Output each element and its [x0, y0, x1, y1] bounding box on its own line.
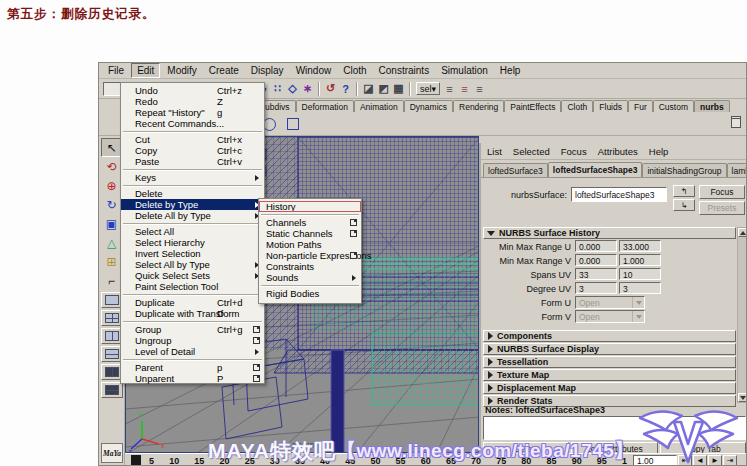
ae-menu-attributes[interactable]: Attributes	[598, 146, 638, 157]
menu-item-redo[interactable]: RedoZ	[121, 96, 264, 107]
submenu-item-non-particle-expressions[interactable]: Non-particle Expressions	[259, 250, 361, 261]
menu-item-select-all[interactable]: Select All	[121, 226, 264, 237]
render-current-frame-icon[interactable]: ◪	[361, 81, 376, 96]
menu-item-parent[interactable]: Parentp	[121, 362, 264, 373]
menu-item-copy[interactable]: CopyCtrl+c	[121, 145, 264, 156]
menu-item-paste[interactable]: PasteCtrl+v	[121, 156, 264, 167]
menu-edit[interactable]: Edit	[131, 63, 160, 78]
option-box-icon[interactable]	[350, 230, 357, 237]
help-line-icon[interactable]: ?	[338, 81, 353, 96]
focus-button[interactable]: Focus	[699, 185, 745, 199]
menu-help[interactable]: Help	[495, 64, 526, 77]
minmax-u-max-field[interactable]: 33.000	[619, 240, 661, 252]
channel-box-icon[interactable]: ≡	[472, 81, 487, 96]
ipr-render-icon[interactable]: ◩	[376, 81, 391, 96]
menu-modify[interactable]: Modify	[162, 64, 201, 77]
shelf-tab-rendering[interactable]: Rendering	[453, 100, 504, 112]
degree-u-field[interactable]: 3	[575, 282, 617, 294]
section-displacement-map[interactable]: Displacement Map	[483, 382, 736, 394]
shelf-tab-fur[interactable]: Fur	[628, 100, 653, 112]
shelf-tab-animation[interactable]: Animation	[354, 100, 404, 112]
option-box-icon[interactable]	[253, 337, 260, 344]
shelf-tab-cloth[interactable]: Cloth	[561, 100, 593, 112]
spans-u-field[interactable]: 33	[575, 268, 617, 280]
snap-to-points-icon[interactable]: ∷	[270, 81, 285, 96]
scroll-up-icon[interactable]	[738, 228, 747, 237]
construction-history-icon[interactable]: ↺	[323, 81, 338, 96]
node-name-input[interactable]: loftedSurfaceShape3	[571, 187, 667, 202]
menu-item-delete-by-type[interactable]: Delete by Type	[121, 199, 264, 210]
submenu-item-static-channels[interactable]: Static Channels	[259, 228, 361, 239]
tab-loftedsurfaceshape3[interactable]: loftedSurfaceShape3	[548, 162, 643, 177]
trash-icon[interactable]	[731, 116, 741, 128]
minmax-v-min-field[interactable]: 0.000	[575, 254, 617, 266]
make-live-icon[interactable]: ∗	[300, 81, 315, 96]
unpin-tab-button[interactable]: ↳	[673, 199, 695, 211]
option-box-icon[interactable]	[350, 219, 357, 226]
submenu-item-channels[interactable]: Channels	[259, 217, 361, 228]
submenu-item-rigid-bodies[interactable]: Rigid Bodies	[259, 288, 361, 299]
output-connections-icon[interactable]: ≡	[457, 81, 472, 96]
option-box-icon[interactable]	[350, 252, 357, 259]
minmax-v-max-field[interactable]: 1.000	[619, 254, 661, 266]
tab-lambert1[interactable]: lambert1	[727, 163, 747, 177]
menu-window[interactable]: Window	[291, 64, 337, 77]
input-connections-icon[interactable]: ≡	[442, 81, 457, 96]
shelf-tab-fluids[interactable]: Fluids	[593, 100, 628, 112]
ae-scrollbar[interactable]	[737, 227, 747, 403]
form-v-dropdown[interactable]: Open	[575, 310, 645, 323]
menu-create[interactable]: Create	[204, 64, 244, 77]
section-nurbs-surface-display[interactable]: NURBS Surface Display	[483, 343, 736, 355]
tab-loftedsurface3[interactable]: loftedSurface3	[483, 163, 548, 177]
form-u-dropdown[interactable]: Open	[575, 296, 645, 309]
ae-menu-help[interactable]: Help	[649, 146, 669, 157]
menu-item-duplicate[interactable]: DuplicateCtrl+d	[121, 297, 264, 308]
menu-item-repeat-history[interactable]: Repeat "History"g	[121, 107, 264, 118]
menu-item-delete[interactable]: Delete	[121, 188, 264, 199]
option-box-icon[interactable]	[253, 375, 260, 382]
menu-item-cut[interactable]: CutCtrl+x	[121, 134, 264, 145]
menu-item-paint-selection-tool[interactable]: Paint Selection Tool	[121, 281, 264, 292]
submenu-item-sounds[interactable]: Sounds	[259, 272, 361, 283]
spans-v-field[interactable]: 10	[619, 268, 661, 280]
scroll-down-icon[interactable]	[738, 393, 747, 402]
ae-menu-focus[interactable]: Focus	[561, 146, 587, 157]
option-box-icon[interactable]	[253, 326, 260, 333]
render-globals-icon[interactable]: ▦	[391, 81, 406, 96]
menu-display[interactable]: Display	[246, 64, 289, 77]
option-box-icon[interactable]	[253, 364, 260, 371]
menu-item-level-of-detail[interactable]: Level of Detail	[121, 346, 264, 357]
menu-item-keys[interactable]: Keys	[121, 172, 264, 183]
presets-button[interactable]: Presets	[699, 201, 745, 215]
current-frame-marker[interactable]	[131, 455, 141, 466]
degree-v-field[interactable]: 3	[619, 282, 661, 294]
menu-item-duplicate-with-transform[interactable]: Duplicate with TransformD	[121, 308, 264, 319]
menu-item-undo[interactable]: UndoCtrl+z	[121, 85, 264, 96]
menu-constraints[interactable]: Constraints	[374, 64, 435, 77]
menu-item-select-all-by-type[interactable]: Select All by Type	[121, 259, 264, 270]
ae-menu-selected[interactable]: Selected	[513, 146, 550, 157]
snap-to-view-planes-icon[interactable]: ◇	[285, 81, 300, 96]
menu-item-recent-commands[interactable]: Recent Commands...	[121, 118, 264, 129]
shelf-tab-nurbs[interactable]: nurbs	[694, 100, 730, 112]
section-nurbs-surface-history[interactable]: NURBS Surface History	[483, 227, 736, 239]
nurbs-square-shelf-button[interactable]	[283, 114, 303, 134]
menu-item-group[interactable]: GroupCtrl+g	[121, 324, 264, 335]
submenu-item-history[interactable]: History	[259, 201, 361, 212]
menu-file[interactable]: File	[103, 64, 129, 77]
menu-cloth[interactable]: Cloth	[338, 64, 371, 77]
menu-item-delete-all-by-type[interactable]: Delete All by Type	[121, 210, 264, 221]
menu-item-unparent[interactable]: UnparentP	[121, 373, 264, 384]
shelf-tab-dynamics[interactable]: Dynamics	[404, 100, 453, 112]
menu-item-ungroup[interactable]: Ungroup	[121, 335, 264, 346]
shelf-tab-custom[interactable]: Custom	[653, 100, 694, 112]
section-tessellation[interactable]: Tessellation	[483, 356, 736, 368]
submenu-item-constraints[interactable]: Constraints	[259, 261, 361, 272]
menu-item-select-hierarchy[interactable]: Select Hierarchy	[121, 237, 264, 248]
shelf-tab-deformation[interactable]: Deformation	[296, 100, 354, 112]
menu-simulation[interactable]: Simulation	[436, 64, 493, 77]
layout-graph-button[interactable]	[101, 382, 123, 398]
selection-set-dropdown[interactable]: sel▾	[416, 82, 440, 95]
pin-tab-button[interactable]: ↰	[673, 185, 695, 197]
submenu-item-motion-paths[interactable]: Motion Paths	[259, 239, 361, 250]
